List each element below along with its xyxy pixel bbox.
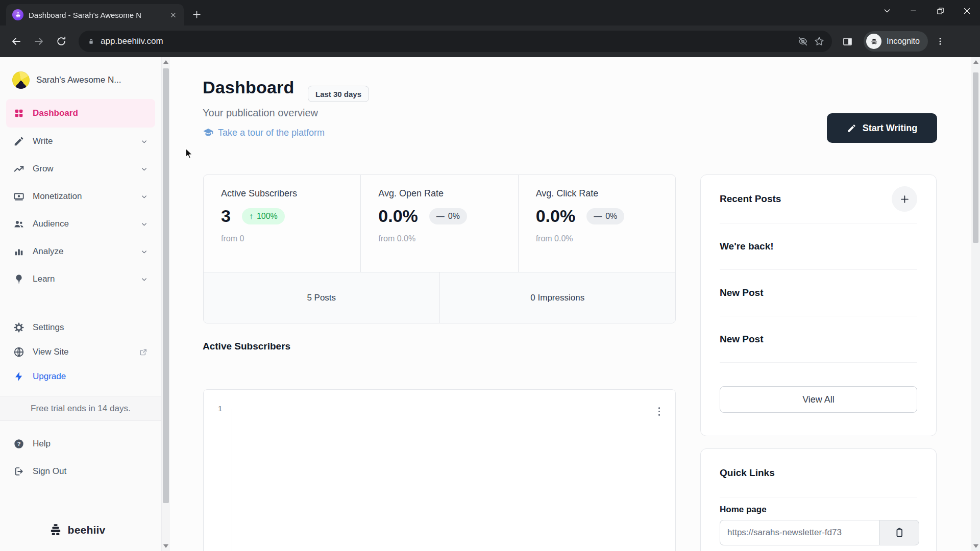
- sidebar-item-label: Learn: [33, 274, 132, 284]
- question-icon: ?: [13, 438, 24, 449]
- posts-count: 5 Posts: [204, 272, 439, 323]
- sidebar-item-settings[interactable]: Settings: [6, 315, 155, 340]
- arrow-up-icon: ↑: [249, 212, 253, 221]
- start-writing-label[interactable]: Start Writing: [863, 123, 918, 134]
- page-scrollbar-thumb[interactable]: [973, 72, 978, 243]
- address-bar[interactable]: app.beehiiv.com: [79, 31, 832, 52]
- bookmark-star-icon[interactable]: [814, 36, 825, 47]
- sidebar-item-grow[interactable]: Grow: [6, 155, 155, 183]
- scroll-down-arrow[interactable]: [163, 544, 168, 548]
- sidebar-item-label: Settings: [33, 322, 148, 333]
- globe-icon: [13, 346, 24, 358]
- y-axis-line: [232, 409, 232, 551]
- stat-label: Avg. Open Rate: [378, 188, 518, 199]
- date-range-chip[interactable]: Last 30 days: [308, 86, 369, 102]
- sidebar-item-audience[interactable]: Audience: [6, 210, 155, 238]
- start-writing-button[interactable]: Start Writing: [827, 113, 937, 143]
- minimize-button[interactable]: [900, 0, 927, 21]
- forward-button[interactable]: [29, 31, 49, 52]
- sidebar-scrollbar[interactable]: [162, 57, 170, 551]
- sidebar-item-label: Analyze: [33, 246, 132, 257]
- sidebar-item-write[interactable]: Write: [6, 128, 155, 155]
- view-all-button[interactable]: View All: [720, 386, 917, 413]
- home-page-label: Home page: [720, 505, 917, 515]
- scroll-up-arrow[interactable]: [973, 60, 978, 64]
- eye-off-icon[interactable]: [797, 36, 808, 47]
- sidebar-item-upgrade[interactable]: Upgrade: [6, 364, 155, 389]
- brand-name: beehiiv: [68, 524, 106, 536]
- primary-nav: Dashboard Write Grow Monetization: [6, 99, 155, 293]
- stat-card-open-rate: Avg. Open Rate 0.0% — 0% from 0.0%: [360, 175, 518, 272]
- url-text[interactable]: app.beehiiv.com: [101, 36, 792, 46]
- reload-button[interactable]: [51, 31, 71, 52]
- stat-value: 0.0%: [536, 206, 576, 226]
- subscribers-chart: 1: [203, 389, 676, 551]
- sidebar-item-view-site[interactable]: View Site: [6, 340, 155, 364]
- recent-posts-title: Recent Posts: [720, 193, 781, 205]
- sidebar-item-help[interactable]: ? Help: [6, 430, 155, 458]
- chevron-down-icon: [140, 220, 148, 228]
- stat-card-active-subscribers: Active Subscribers 3 ↑ 100% from 0: [204, 175, 360, 272]
- page-scrollbar[interactable]: [971, 57, 980, 551]
- sidebar-scrollbar-thumb[interactable]: [163, 68, 169, 503]
- browser-menu-icon[interactable]: [930, 31, 950, 52]
- browser-tab[interactable]: Dashboard - Sarah's Awesome N: [6, 4, 184, 26]
- trend-badge: — 0%: [429, 208, 467, 224]
- side-panel-icon[interactable]: [837, 31, 857, 52]
- stat-from: from 0: [221, 234, 360, 243]
- sidebar-item-learn[interactable]: Learn: [6, 265, 155, 293]
- stats-panel: Active Subscribers 3 ↑ 100% from 0 Avg. …: [203, 174, 676, 323]
- stat-from: from 0.0%: [378, 234, 518, 243]
- stat-card-click-rate: Avg. Click Rate 0.0% — 0% from 0.0%: [518, 175, 675, 272]
- lightbulb-icon: [13, 273, 24, 285]
- add-post-button[interactable]: [892, 186, 917, 212]
- trend-badge: — 0%: [586, 208, 624, 224]
- tab-close-icon[interactable]: [167, 9, 179, 20]
- browser-window: Dashboard - Sarah's Awesome N: [0, 0, 980, 551]
- y-axis-tick: 1: [218, 404, 222, 413]
- dash-icon: —: [594, 212, 602, 221]
- close-window-button[interactable]: [953, 0, 980, 21]
- scroll-up-arrow[interactable]: [163, 60, 168, 64]
- new-tab-button[interactable]: [189, 7, 204, 22]
- restore-button[interactable]: [927, 0, 953, 21]
- trial-notice: Free trial ends in 14 days.: [0, 396, 161, 421]
- chevron-down-icon: [140, 193, 148, 201]
- dash-icon: —: [436, 212, 445, 221]
- secondary-nav: Settings View Site Upgrade: [6, 315, 155, 389]
- tertiary-nav: ? Help Sign Out: [6, 430, 155, 485]
- clipboard-icon: [894, 527, 905, 538]
- scroll-down-arrow[interactable]: [973, 544, 978, 548]
- hive-icon: [48, 522, 63, 538]
- incognito-icon: [866, 34, 881, 49]
- workspace-switcher[interactable]: Sarah's Awesome N...: [0, 63, 161, 97]
- sidebar-item-dashboard[interactable]: Dashboard: [6, 99, 155, 128]
- stat-value: 0.0%: [378, 206, 418, 226]
- tab-title: Dashboard - Sarah's Awesome N: [29, 11, 162, 19]
- sidebar-item-label: Help: [33, 439, 148, 449]
- chevron-down-icon: [140, 248, 148, 256]
- workspace-name: Sarah's Awesome N...: [36, 75, 121, 85]
- post-list-item[interactable]: New Post: [720, 270, 917, 316]
- tab-search-icon[interactable]: [874, 0, 900, 21]
- lock-icon: [87, 37, 95, 46]
- copy-url-button[interactable]: [879, 520, 919, 545]
- users-icon: [13, 218, 24, 230]
- post-list-item[interactable]: We're back!: [720, 223, 917, 270]
- sidebar: Sarah's Awesome N... Dashboard Write Gro…: [0, 57, 162, 551]
- home-page-url-field[interactable]: https://sarahs-newsletter-fd73: [720, 520, 879, 545]
- sidebar-item-monetization[interactable]: Monetization: [6, 183, 155, 210]
- banknote-icon: [13, 191, 24, 202]
- trend-badge: ↑ 100%: [242, 208, 285, 224]
- chart-menu-icon[interactable]: [656, 405, 663, 418]
- chevron-down-icon: [140, 165, 148, 173]
- quick-links-title: Quick Links: [720, 467, 775, 479]
- tour-link[interactable]: Take a tour of the platform: [203, 127, 325, 138]
- tour-link-label[interactable]: Take a tour of the platform: [218, 128, 325, 138]
- sidebar-item-sign-out[interactable]: Sign Out: [6, 458, 155, 485]
- back-button[interactable]: [6, 31, 27, 52]
- post-list-item[interactable]: New Post: [720, 316, 917, 363]
- svg-text:?: ?: [17, 441, 21, 447]
- sidebar-item-label: View Site: [33, 347, 129, 357]
- sidebar-item-analyze[interactable]: Analyze: [6, 238, 155, 265]
